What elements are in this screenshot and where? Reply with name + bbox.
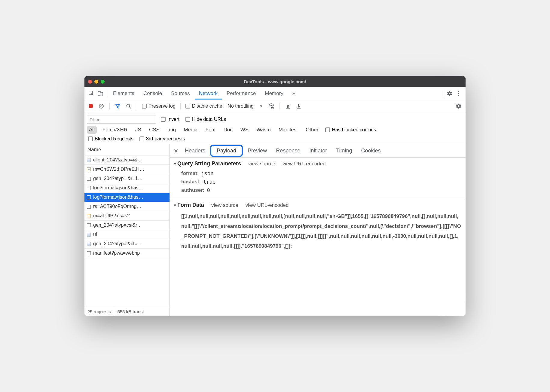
network-settings-gear-icon[interactable] (454, 102, 463, 111)
filter-type-font[interactable]: Font (203, 126, 218, 134)
img-file-icon (87, 233, 91, 237)
svg-rect-13 (297, 108, 301, 109)
js-file-icon (87, 214, 91, 218)
svg-line-9 (130, 107, 131, 108)
detail-tab-initiator[interactable]: Initiator (305, 145, 331, 156)
search-icon[interactable] (124, 102, 133, 111)
request-name: log?format=json&has… (93, 194, 143, 200)
request-row[interactable]: gen_204?atyp=i&r=1… (84, 174, 170, 183)
param-key: format: (181, 170, 199, 176)
invert-checkbox[interactable]: Invert (160, 117, 181, 122)
detail-tabs: ✕ Headers Payload Preview Response Initi… (170, 144, 466, 158)
request-row[interactable]: manifest?pwa=webhp (84, 249, 170, 258)
has-blocked-cookies-checkbox[interactable]: Has blocked cookies (324, 127, 377, 133)
request-row[interactable]: log?format=json&has… (84, 193, 170, 202)
throttling-select[interactable]: No throttling ▼ (225, 103, 265, 109)
doc-file-icon (87, 251, 91, 255)
filter-bar: Invert Hide data URLs All Fetch/XHR JS C… (84, 112, 466, 144)
has-blocked-cookies-label: Has blocked cookies (332, 127, 376, 133)
doc-file-icon (87, 205, 91, 209)
svg-point-8 (127, 104, 130, 107)
tab-console[interactable]: Console (139, 87, 166, 100)
param-value: true (203, 179, 215, 185)
maximize-window-button[interactable] (101, 80, 105, 84)
invert-label: Invert (167, 117, 179, 122)
filter-type-css[interactable]: CSS (147, 126, 162, 134)
request-row[interactable]: gen_204?atyp=csi&r… (84, 221, 170, 230)
tabs-overflow-button[interactable]: » (288, 87, 299, 100)
device-toolbar-icon[interactable] (96, 89, 105, 98)
third-party-checkbox[interactable]: 3rd-party requests (138, 136, 186, 142)
detail-tab-timing[interactable]: Timing (332, 145, 356, 156)
settings-gear-icon[interactable] (445, 89, 454, 98)
detail-tab-cookies[interactable]: Cookies (357, 145, 385, 156)
hide-data-urls-checkbox[interactable]: Hide data URLs (184, 117, 227, 122)
doc-file-icon (87, 223, 91, 227)
preserve-log-label: Preserve log (148, 103, 176, 109)
blocked-requests-label: Blocked Requests (95, 136, 133, 142)
tab-network[interactable]: Network (195, 87, 222, 100)
filter-type-other[interactable]: Other (304, 126, 321, 134)
devtools-window: DevTools - www.google.com/ Elements Cons… (84, 76, 466, 316)
preserve-log-checkbox[interactable]: Preserve log (141, 103, 177, 109)
img-file-icon (87, 158, 91, 162)
request-row[interactable]: m=aLUfP?xjs=s2 (84, 211, 170, 221)
request-row[interactable]: client_204?&atyp=i&… (84, 155, 170, 165)
detail-tab-payload[interactable]: Payload (210, 145, 243, 157)
main-toolbar: Elements Console Sources Network Perform… (84, 87, 466, 100)
inspect-element-icon[interactable] (87, 89, 96, 98)
filter-type-fetchxhr[interactable]: Fetch/XHR (100, 126, 130, 134)
form-view-source-link[interactable]: view source (211, 202, 238, 208)
query-view-encoded-link[interactable]: view URL-encoded (283, 161, 326, 167)
filter-toggle-icon[interactable] (113, 102, 122, 111)
detail-tab-headers[interactable]: Headers (181, 145, 209, 156)
filter-type-all[interactable]: All (87, 126, 97, 134)
close-detail-button[interactable]: ✕ (172, 148, 180, 154)
filter-type-js[interactable]: JS (133, 126, 143, 134)
tab-elements[interactable]: Elements (109, 87, 139, 100)
svg-point-4 (458, 93, 459, 94)
tab-performance[interactable]: Performance (222, 87, 260, 100)
filter-input[interactable] (87, 115, 156, 124)
request-list-pane: Name client_204?&atyp=i&…m=CnSW2d,DPreE,… (84, 144, 170, 316)
svg-rect-2 (100, 92, 103, 96)
filter-type-media[interactable]: Media (182, 126, 200, 134)
blocked-requests-checkbox[interactable]: Blocked Requests (87, 136, 135, 142)
network-conditions-icon[interactable] (267, 102, 276, 111)
request-name: gen_204?atyp=i&ct=… (93, 241, 142, 247)
disable-cache-checkbox[interactable]: Disable cache (184, 103, 224, 109)
request-row[interactable]: rs=ACT90oFqOrnng… (84, 202, 170, 211)
filter-type-manifest[interactable]: Manifest (277, 126, 300, 134)
minimize-window-button[interactable] (94, 80, 98, 84)
query-view-source-link[interactable]: view source (248, 161, 275, 167)
request-row[interactable]: gen_204?atyp=i&ct=… (84, 239, 170, 249)
detail-tab-preview[interactable]: Preview (243, 145, 271, 156)
chevron-down-icon: ▼ (255, 104, 263, 108)
form-data-title[interactable]: Form Data (174, 202, 204, 208)
request-list[interactable]: client_204?&atyp=i&…m=CnSW2d,DPreE,H…gen… (84, 155, 170, 307)
js-file-icon (87, 167, 91, 171)
more-menu-icon[interactable] (454, 89, 463, 98)
request-row[interactable]: ui (84, 230, 170, 239)
filter-type-doc[interactable]: Doc (222, 126, 235, 134)
clear-icon[interactable] (97, 102, 106, 111)
tab-memory[interactable]: Memory (261, 87, 287, 100)
name-column-header[interactable]: Name (84, 144, 170, 155)
tab-sources[interactable]: Sources (167, 87, 194, 100)
doc-file-icon (87, 195, 91, 199)
request-row[interactable]: log?format=json&has… (84, 183, 170, 193)
network-toolbar: Preserve log Disable cache No throttling… (84, 100, 466, 112)
request-row[interactable]: m=CnSW2d,DPreE,H… (84, 165, 170, 174)
detail-tab-response[interactable]: Response (272, 145, 304, 156)
record-button[interactable] (89, 104, 93, 108)
query-string-title[interactable]: Query String Parameters (174, 161, 241, 167)
query-param-row: format:json (181, 169, 461, 178)
form-view-encoded-link[interactable]: view URL-encoded (246, 202, 289, 208)
filter-type-ws[interactable]: WS (238, 126, 251, 134)
download-har-icon[interactable] (294, 102, 303, 111)
close-window-button[interactable] (88, 80, 92, 84)
filter-type-img[interactable]: Img (165, 126, 178, 134)
upload-har-icon[interactable] (283, 102, 292, 111)
filter-type-wasm[interactable]: Wasm (254, 126, 273, 134)
param-value: 0 (207, 187, 210, 193)
